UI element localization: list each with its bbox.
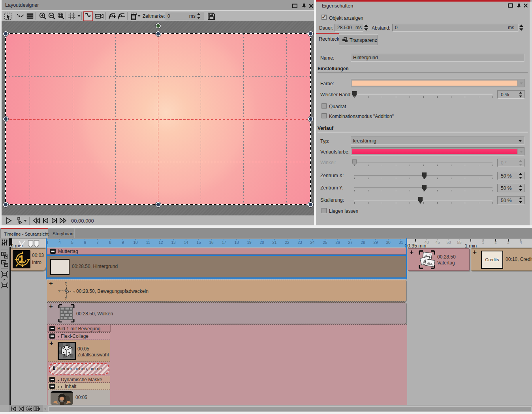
zoom-out-icon[interactable] bbox=[47, 11, 56, 21]
zoom-in-icon[interactable] bbox=[38, 11, 47, 21]
skalierung-spinbox[interactable]: 50 % bbox=[497, 196, 525, 204]
slider-tick bbox=[382, 202, 382, 204]
clip-bewegungspfadwackeln[interactable]: + ? ? ? ? 00:28.50, Bewegungspfadwackeln bbox=[47, 280, 406, 302]
zentrum-x-slider-handle[interactable] bbox=[422, 172, 427, 179]
tab-rechteck[interactable]: Rechteck bbox=[316, 33, 339, 45]
quadrat-checkbox[interactable] bbox=[321, 103, 327, 109]
group-inhalt-header[interactable]: Inhalt bbox=[48, 383, 110, 390]
resize-handle[interactable] bbox=[308, 31, 313, 36]
group-maske-header[interactable]: Dynamische Maske bbox=[48, 376, 110, 383]
weicher-rand-spinbox[interactable]: 0 % bbox=[497, 90, 525, 99]
farbe-colorbar[interactable] bbox=[351, 79, 524, 87]
tab-transparenz[interactable]: Transparenz bbox=[339, 34, 378, 45]
zentrum-x-spinbox[interactable]: 50 % bbox=[497, 172, 525, 180]
clip-photo[interactable]: 00:05 bbox=[48, 390, 110, 405]
props-pin-icon[interactable] bbox=[516, 3, 522, 8]
pin-icon[interactable] bbox=[301, 3, 307, 8]
track-options-icon[interactable] bbox=[1, 239, 8, 248]
scroll-left-icon[interactable] bbox=[44, 407, 46, 410]
group-bild1-header[interactable]: Bild 1 mit Bewegung bbox=[47, 325, 111, 332]
name-input[interactable]: Hintergrund bbox=[351, 54, 524, 62]
select-tool-icon[interactable] bbox=[4, 11, 13, 21]
grid-icon[interactable] bbox=[68, 11, 77, 21]
liegen-lassen-checkbox[interactable] bbox=[321, 208, 327, 213]
weicher-rand-slider[interactable] bbox=[354, 94, 493, 95]
remove-keyframe-icon[interactable] bbox=[117, 11, 127, 21]
curve-tool-icon[interactable] bbox=[16, 11, 26, 21]
zentrum-y-slider-handle[interactable] bbox=[422, 185, 427, 191]
camera-icon[interactable] bbox=[94, 11, 105, 21]
maximize-icon[interactable] bbox=[292, 3, 298, 8]
collapse-muttertag-icon[interactable] bbox=[50, 249, 56, 254]
skalierung-slider[interactable] bbox=[354, 200, 493, 200]
clip-credits[interactable]: + Credits 00:10, Credits bbox=[471, 248, 532, 271]
dropzone[interactable]: ⬇ Hierher ziehen, um ne... bbox=[49, 363, 109, 375]
clip-hintergrund[interactable]: 00:28.50, Hintergrund bbox=[47, 256, 406, 277]
timeline-ruler[interactable]: 3456789101112131415161718192021222324252… bbox=[9, 238, 532, 247]
save-icon[interactable] bbox=[207, 11, 216, 21]
collapse-inhalt-icon[interactable] bbox=[49, 384, 55, 389]
play-from-marker-icon[interactable] bbox=[15, 216, 23, 226]
kombinationsmodus-checkbox[interactable] bbox=[321, 113, 327, 118]
resize-handle[interactable] bbox=[3, 202, 8, 207]
skip-end-icon[interactable] bbox=[50, 216, 59, 226]
skalierung-spinner[interactable] bbox=[519, 197, 524, 204]
timeline-tabbar: Timeline - Spuransicht Storyboard bbox=[0, 228, 532, 238]
slider-tick bbox=[368, 178, 368, 179]
layers-icon[interactable] bbox=[25, 11, 35, 21]
zentrum-x-spinner[interactable] bbox=[519, 172, 524, 180]
motion-path-icon[interactable] bbox=[83, 11, 93, 21]
resize-handle[interactable] bbox=[156, 31, 161, 36]
rotate-handle[interactable] bbox=[156, 23, 161, 28]
timeline-scrollbar[interactable] bbox=[48, 406, 532, 412]
dauer-input[interactable]: 28.500 ms bbox=[335, 24, 363, 32]
remove-track-icon[interactable] bbox=[1, 260, 8, 269]
slider-tick bbox=[465, 178, 465, 179]
clip-vatertag[interactable]: + 00:28.50 Vatertag bbox=[408, 248, 470, 271]
fast-forward-icon[interactable] bbox=[58, 216, 68, 226]
props-close-icon[interactable] bbox=[523, 3, 529, 8]
weicher-rand-spinner[interactable] bbox=[519, 91, 524, 98]
skip-start-icon[interactable] bbox=[41, 216, 50, 226]
collapse-bild1-icon[interactable] bbox=[49, 326, 55, 331]
clip-zufallsauswahl[interactable]: + 00:05 Zufallsauswahl bbox=[48, 340, 110, 362]
zentrum-y-spinbox[interactable]: 50 % bbox=[497, 184, 525, 192]
tab-storyboard[interactable]: Storyboard bbox=[48, 228, 75, 238]
abstand-input[interactable]: 0 ms bbox=[392, 24, 519, 32]
skalierung-slider-handle[interactable] bbox=[418, 197, 423, 204]
resize-handle[interactable] bbox=[308, 202, 313, 207]
tab-timeline-spuransicht[interactable]: Timeline - Spuransicht bbox=[1, 228, 48, 238]
zentrum-y-spinner[interactable] bbox=[519, 184, 524, 192]
rewind-icon[interactable] bbox=[32, 216, 41, 226]
resize-handle[interactable] bbox=[3, 116, 8, 122]
clip-intro[interactable]: 1 00:03 Intro bbox=[10, 248, 46, 271]
dauer-spinner[interactable] bbox=[364, 24, 369, 32]
props-maximize-icon[interactable] bbox=[508, 3, 513, 8]
timeline-scrollbar-thumb[interactable] bbox=[49, 407, 531, 411]
clip-wolken[interactable]: + 00:28.50, Wolken bbox=[47, 302, 406, 324]
group-muttertag-header[interactable]: Muttertag bbox=[47, 248, 407, 255]
objekt-anzeigen-checkbox[interactable] bbox=[321, 15, 327, 20]
add-track-icon[interactable] bbox=[1, 252, 8, 260]
resize-handle[interactable] bbox=[156, 202, 161, 207]
expand-zufall-icon[interactable]: + bbox=[49, 341, 53, 346]
expand-tracks-icon[interactable] bbox=[1, 282, 8, 290]
expand-vatertag-icon[interactable]: + bbox=[410, 249, 414, 255]
typ-dropdown[interactable]: kreisförmig bbox=[351, 137, 524, 145]
collapse-maske-icon[interactable] bbox=[49, 377, 55, 382]
collapse-tracks-icon[interactable] bbox=[1, 271, 8, 283]
resize-handle[interactable] bbox=[308, 116, 313, 122]
collapse-flexi-icon[interactable] bbox=[49, 333, 55, 339]
close-icon[interactable] bbox=[309, 3, 314, 8]
expand-credits-icon[interactable]: + bbox=[473, 249, 477, 255]
play-icon[interactable] bbox=[4, 216, 13, 226]
expand-wolken-icon[interactable]: + bbox=[49, 303, 53, 309]
zoom-fit-icon[interactable] bbox=[56, 11, 66, 21]
expand-bewegungspfad-icon[interactable]: + bbox=[49, 281, 53, 286]
zufallsauswahl-icon bbox=[58, 342, 76, 360]
resize-handle[interactable] bbox=[3, 31, 8, 36]
group-flexi-header[interactable]: Flexi-Collage bbox=[48, 332, 110, 339]
abstand-spinner[interactable] bbox=[519, 24, 524, 32]
zeitmarke-spinner[interactable] bbox=[197, 12, 202, 20]
verlaufsfarbe-colorbar[interactable] bbox=[351, 147, 524, 155]
